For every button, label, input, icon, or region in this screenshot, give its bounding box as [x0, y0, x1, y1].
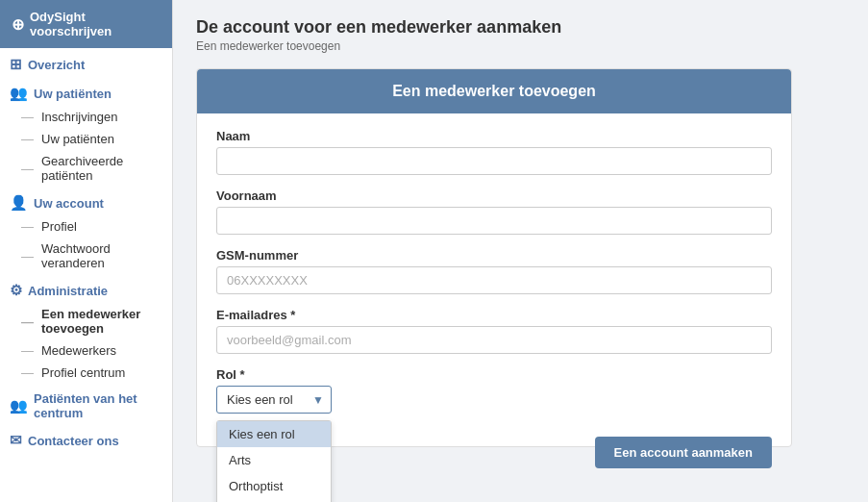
- sidebar-item-center-patients[interactable]: 👥 Patiënten van het centrum: [0, 384, 172, 424]
- sidebar-item-medewerker-toevoegen[interactable]: — Een medewerker toevoegen: [0, 303, 172, 339]
- main-content: De account voor een medewerker aanmaken …: [173, 0, 868, 502]
- email-label: E-mailadres *: [216, 308, 772, 322]
- sidebar-item-uw-patienten[interactable]: — Uw patiënten: [0, 128, 172, 150]
- rol-label: Rol *: [216, 367, 772, 382]
- form-header: Een medewerker toevoegen: [197, 69, 791, 113]
- dropdown-item-arts[interactable]: Arts: [217, 447, 331, 473]
- naam-input[interactable]: [216, 147, 772, 175]
- dash-icon: —: [21, 219, 34, 234]
- odysight-button[interactable]: ⊕ OdySight voorschrijven: [0, 0, 172, 48]
- sidebar-item-medewerkers[interactable]: — Medewerkers: [0, 339, 172, 362]
- form-body: Naam Voornaam GSM-nummer E-mailadres * R…: [197, 113, 791, 446]
- sidebar-item-profiel-centrum[interactable]: — Profiel centrum: [0, 362, 172, 384]
- role-select[interactable]: Kies een rol Arts Orthoptist Secretaris …: [216, 386, 332, 414]
- plus-circle-icon: ⊕: [12, 15, 24, 34]
- dash-icon: —: [21, 249, 34, 264]
- dropdown-item-orthoptist[interactable]: Orthoptist: [217, 473, 331, 499]
- sidebar: ⊕ OdySight voorschrijven ⊞ Overzicht 👥 U…: [0, 0, 173, 502]
- dropdown-item-kies[interactable]: Kies een rol: [217, 421, 331, 447]
- gsm-input[interactable]: [216, 266, 772, 294]
- role-select-wrapper: Kies een rol Arts Orthoptist Secretaris …: [216, 386, 332, 414]
- role-dropdown: Kies een rol Arts Orthoptist Secretaris …: [216, 420, 332, 502]
- dash-icon: —: [21, 162, 34, 176]
- naam-group: Naam: [216, 129, 772, 175]
- sidebar-item-gearchiveerde[interactable]: — Gearchiveerde patiënten: [0, 150, 172, 187]
- email-input[interactable]: [216, 326, 772, 354]
- sidebar-item-overview[interactable]: ⊞ Overzicht: [0, 48, 172, 77]
- odysight-button-label: OdySight voorschrijven: [30, 10, 161, 38]
- sidebar-item-wachtwoord[interactable]: — Wachtwoord veranderen: [0, 238, 172, 274]
- page-title: De account voor een medewerker aanmaken: [196, 17, 845, 38]
- people2-icon: 👥: [10, 397, 28, 414]
- voornaam-input[interactable]: [216, 207, 772, 235]
- naam-label: Naam: [216, 129, 772, 143]
- sidebar-item-inschrijvingen[interactable]: — Inschrijvingen: [0, 106, 172, 128]
- submit-button[interactable]: Een account aanmaken: [595, 437, 773, 468]
- voornaam-label: Voornaam: [216, 188, 772, 203]
- grid-icon: ⊞: [10, 56, 22, 73]
- dash-icon: —: [21, 110, 34, 124]
- form-card: Een medewerker toevoegen Naam Voornaam G…: [196, 68, 792, 447]
- dash-icon: —: [21, 132, 34, 146]
- dash-icon: —: [21, 365, 34, 380]
- breadcrumb: Een medewerker toevoegen: [196, 39, 845, 53]
- rol-group: Rol * Kies een rol Arts Orthoptist Secre…: [216, 367, 772, 414]
- gsm-label: GSM-nummer: [216, 248, 772, 263]
- gear-icon: ⚙: [10, 282, 22, 299]
- sidebar-item-profiel[interactable]: — Profiel: [0, 215, 172, 238]
- sidebar-section-admin: ⚙ Administratie: [0, 274, 172, 303]
- sidebar-item-contact[interactable]: ✉ Contacteer ons: [0, 424, 172, 453]
- person-icon: 👤: [10, 194, 28, 212]
- sidebar-section-account: 👤 Uw account: [0, 187, 172, 215]
- sidebar-section-patients: 👥 Uw patiënten: [0, 77, 172, 106]
- dash-icon: —: [21, 314, 34, 329]
- voornaam-group: Voornaam: [216, 188, 772, 235]
- dash-icon: —: [21, 343, 34, 358]
- people-icon: 👥: [10, 85, 28, 102]
- gsm-group: GSM-nummer: [216, 248, 772, 294]
- email-group: E-mailadres *: [216, 308, 772, 354]
- mail-icon: ✉: [10, 432, 22, 449]
